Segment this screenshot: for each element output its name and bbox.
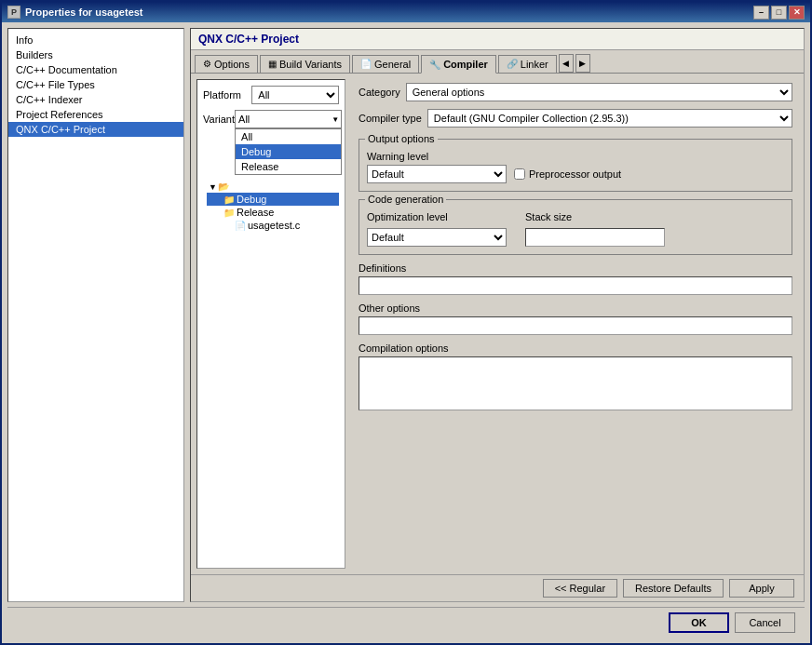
- window-body: Info Builders C/C++ Documentation C/C++ …: [2, 22, 810, 643]
- compiler-type-select[interactable]: Default (GNU Compiler Collection (2.95.3…: [427, 109, 792, 128]
- ok-button[interactable]: OK: [669, 612, 729, 633]
- tab-linker[interactable]: 🔗 Linker: [498, 55, 557, 73]
- tab-general-label: General: [374, 59, 411, 70]
- tree-folder-closed-icon: 📁: [223, 208, 235, 218]
- sidebar-item-file-types[interactable]: C/C++ File Types: [8, 77, 183, 92]
- code-gen-content: Optimization level Default Stack size: [367, 211, 784, 247]
- linker-icon: 🔗: [507, 59, 518, 69]
- regular-button[interactable]: << Regular: [543, 579, 617, 598]
- tree-item-file[interactable]: 📄 usagetest.c: [207, 219, 339, 232]
- sidebar-item-cpp-docs[interactable]: C/C++ Documentation: [8, 62, 183, 77]
- variant-option-release[interactable]: Release: [236, 159, 341, 174]
- ok-cancel-bar: OK Cancel: [7, 607, 805, 638]
- maximize-button[interactable]: □: [771, 6, 787, 20]
- optimization-select[interactable]: Default: [367, 228, 507, 247]
- tab-compiler[interactable]: 🔧 Compiler: [421, 55, 496, 74]
- stack-size-col: Stack size: [525, 211, 665, 247]
- sidebar-item-info[interactable]: Info: [8, 33, 183, 47]
- bottom-right-buttons: << Regular Restore Defaults Apply: [543, 579, 794, 598]
- options-icon: ⚙: [203, 59, 211, 69]
- output-options-content: Warning level Default Preprocessor outpu…: [367, 151, 784, 183]
- optimization-label: Optimization level: [367, 211, 507, 222]
- tree-item-release-label: Release: [237, 207, 274, 218]
- main-content: Info Builders C/C++ Documentation C/C++ …: [7, 28, 805, 602]
- tree-expand-icon: ▼: [209, 182, 218, 192]
- stack-size-input[interactable]: [525, 228, 665, 247]
- tabs-row: ⚙ Options ▦ Build Variants 📄 General 🔧 C…: [191, 50, 804, 74]
- code-gen-row: Optimization level Default Stack size: [367, 211, 784, 247]
- compiler-settings-panel: Category General options Compiler type D…: [353, 79, 798, 569]
- tab-general[interactable]: 📄 General: [352, 55, 419, 73]
- sidebar-item-builders[interactable]: Builders: [8, 47, 183, 62]
- project-tree: ▼ 📂 📁 Debug 📁 Release: [203, 181, 339, 232]
- variant-option-all[interactable]: All: [236, 129, 341, 144]
- tab-build-variants-label: Build Variants: [279, 59, 342, 70]
- variant-row: Variant All ▼ All Debug Rel: [203, 110, 339, 128]
- warning-level-select[interactable]: Default: [367, 165, 507, 183]
- variant-value: All: [236, 114, 332, 125]
- sidebar-item-indexer[interactable]: C/C++ Indexer: [8, 92, 183, 107]
- window-title: Properties for usagetest: [25, 7, 143, 18]
- platform-variant-panel: Platform All Variant All ▼: [196, 79, 345, 569]
- right-panel: QNX C/C++ Project ⚙ Options ▦ Build Vari…: [190, 28, 805, 602]
- platform-select[interactable]: All: [251, 86, 339, 104]
- category-section: Category General options: [359, 83, 792, 101]
- preprocessor-output-checkbox[interactable]: [514, 168, 525, 180]
- variant-label: Variant: [203, 114, 235, 125]
- stack-size-label: Stack size: [525, 211, 665, 222]
- sidebar-item-project-refs[interactable]: Project References: [8, 107, 183, 122]
- compilation-options-label: Compilation options: [359, 343, 792, 354]
- variant-dropdown-wrapper: All ▼ All Debug Release: [235, 110, 342, 128]
- other-options-input[interactable]: [359, 316, 792, 335]
- title-bar-controls: – □ ✕: [753, 6, 805, 20]
- compilation-options-textarea[interactable]: [359, 356, 792, 410]
- other-options-label: Other options: [359, 302, 792, 314]
- output-options-group: Output options Warning level Default: [359, 139, 792, 192]
- tab-options[interactable]: ⚙ Options: [195, 55, 258, 73]
- tab-options-label: Options: [214, 59, 250, 70]
- compilation-options-section: Compilation options: [359, 343, 792, 412]
- tree-item-debug[interactable]: 📁 Debug: [207, 193, 339, 206]
- bottom-buttons: << Regular Restore Defaults Apply: [191, 574, 804, 601]
- main-window: P Properties for usagetest – □ ✕ Info Bu…: [0, 0, 812, 645]
- code-generation-group: Code generation Optimization level Defau…: [359, 199, 792, 255]
- tab-linker-label: Linker: [521, 59, 548, 70]
- variant-select[interactable]: All ▼: [235, 110, 342, 128]
- tab-build-variants[interactable]: ▦ Build Variants: [260, 55, 350, 73]
- tab-nav-next[interactable]: ▶: [575, 54, 590, 73]
- platform-label: Platform: [203, 89, 251, 101]
- category-select[interactable]: General options: [406, 83, 792, 101]
- compiler-icon: 🔧: [429, 60, 440, 70]
- window-icon: P: [7, 6, 20, 19]
- variant-dropdown-list: All Debug Release: [235, 128, 342, 175]
- left-panel: Info Builders C/C++ Documentation C/C++ …: [7, 28, 184, 602]
- restore-defaults-button[interactable]: Restore Defaults: [623, 579, 724, 598]
- definitions-input[interactable]: [359, 276, 792, 295]
- preprocessor-output-label: Preprocessor output: [529, 168, 621, 180]
- variant-dropdown-arrow: ▼: [332, 115, 341, 124]
- tree-folder-icon: 📁: [223, 195, 235, 205]
- warning-level-row: Default Preprocessor output: [367, 165, 784, 183]
- apply-button[interactable]: Apply: [729, 579, 794, 598]
- warning-level-label: Warning level: [367, 151, 784, 162]
- tree-item-root[interactable]: ▼ 📂: [207, 181, 339, 193]
- compiler-type-label: Compiler type: [359, 113, 422, 124]
- file-icon: 📄: [235, 221, 246, 231]
- content-wrapper: Platform All Variant All ▼: [191, 74, 804, 574]
- tree-item-file-label: usagetest.c: [248, 220, 300, 231]
- project-title: QNX C/C++ Project: [191, 29, 804, 50]
- tree-item-release[interactable]: 📁 Release: [207, 206, 339, 219]
- platform-row: Platform All: [203, 86, 339, 104]
- close-button[interactable]: ✕: [789, 6, 805, 20]
- variant-option-debug[interactable]: Debug: [236, 144, 341, 159]
- optimization-col: Optimization level Default: [367, 211, 507, 247]
- preprocessor-output-row: Preprocessor output: [514, 168, 621, 180]
- definitions-label: Definitions: [359, 262, 792, 274]
- build-variants-icon: ▦: [268, 59, 277, 69]
- code-gen-title: Code generation: [365, 194, 446, 205]
- tab-nav-prev[interactable]: ◀: [559, 54, 574, 73]
- compiler-type-section: Compiler type Default (GNU Compiler Coll…: [359, 109, 792, 128]
- cancel-button[interactable]: Cancel: [735, 612, 795, 633]
- minimize-button[interactable]: –: [753, 6, 769, 20]
- sidebar-item-qnx-project[interactable]: QNX C/C++ Project: [8, 122, 183, 137]
